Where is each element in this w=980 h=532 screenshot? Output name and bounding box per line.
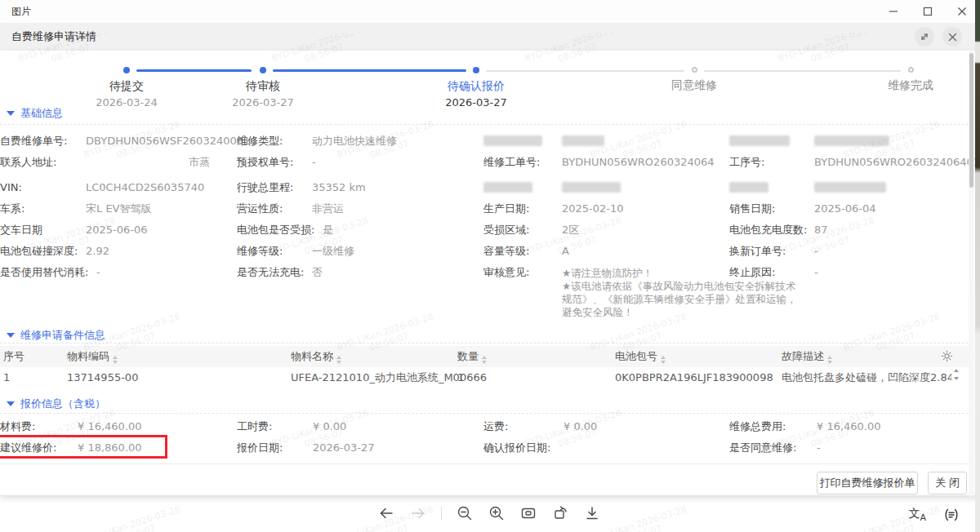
info-row-redacted	[729, 177, 886, 198]
redacted-label	[483, 182, 532, 193]
watermark-text: BYD-LiKan 2026-03-2808:56:07	[589, 504, 691, 532]
cell-fault-desc: 电池包托盘多处磕碰，凹陷深度2.84-2...	[782, 367, 951, 388]
cell-battery-pack-no: 0K0PBPR2A196LJF183900098	[615, 367, 773, 388]
redacted-label	[729, 182, 768, 193]
quote-item-labor-fee: 工时费:¥ 0.00	[237, 416, 346, 437]
collapse-triangle-icon	[7, 111, 15, 116]
sort-icon	[827, 356, 832, 364]
translate-icon[interactable]: 文A	[908, 507, 926, 523]
titlebar: 图片	[0, 0, 980, 23]
step-title: 待提交	[57, 79, 196, 94]
section-parts-info[interactable]: 维修申请备件信息	[7, 328, 105, 343]
step-agree-repair: 同意维修	[625, 67, 764, 95]
info-row: 预授权单号:-	[237, 152, 316, 173]
step-date: 2026-03-27	[407, 96, 546, 109]
print-quote-button[interactable]: 打印自费维修报价单	[817, 472, 918, 494]
cell-quantity: 1	[457, 367, 464, 388]
quote-item-agree-repair: 是否同意维修:-	[729, 437, 821, 459]
step-title: 待确认报价	[407, 79, 546, 94]
parts-table-row: 1 13714955-00 UFEA-2121010_动力电池系统_M00666…	[0, 367, 969, 390]
step-dot	[473, 67, 479, 73]
close-dialog-icon[interactable]	[942, 27, 962, 47]
fit-to-window-icon[interactable]	[519, 504, 537, 522]
info-row: 电池包是否受损:是	[237, 219, 333, 241]
info-row: VIN:LC0CH4CD2S6035740	[0, 177, 204, 198]
divider	[0, 124, 969, 125]
cell-material-code: 13714955-00	[67, 367, 138, 388]
row-scroll-hints[interactable]	[954, 369, 959, 380]
info-row: 换新订单号:-	[729, 241, 818, 262]
col-header-battery-pack[interactable]: 电池包号	[615, 346, 666, 367]
watermark-text: BYD-LiKan 2026-03-2808:56:07	[82, 504, 185, 532]
step-title: 同意维修	[625, 78, 764, 93]
rotate-icon[interactable]	[551, 504, 569, 522]
step-dot	[123, 67, 130, 73]
dialog-header: 自费维修申请详情	[0, 23, 980, 51]
step-date: 2026-03-27	[194, 96, 332, 109]
back-arrow-icon[interactable]	[377, 504, 395, 522]
info-row: 维修类型:动力电池快速维修	[237, 131, 397, 152]
section-quote-info[interactable]: 报价信息（含税）	[7, 397, 105, 411]
info-row: 联系人地址:市蒸	[0, 152, 210, 173]
info-row: 车系:宋L EV智驾版	[0, 198, 151, 219]
col-header-quantity[interactable]: 数量	[457, 346, 487, 367]
summarize-icon[interactable]	[942, 506, 960, 524]
redacted-label	[729, 135, 790, 146]
info-row: 维修等级:一级维修	[237, 241, 354, 262]
info-row: 受损区域:2区	[483, 219, 579, 241]
info-row: 工序号:BYDHUN056WRO26032406401	[729, 152, 980, 173]
info-row-redacted	[483, 131, 604, 152]
zoom-in-icon[interactable]	[488, 504, 506, 522]
section-title: 基础信息	[20, 106, 63, 121]
background-window-sliver	[975, 0, 980, 532]
col-header-material-name[interactable]: 物料名称	[291, 346, 341, 367]
info-row: 是否使用替代消耗:-	[0, 262, 100, 283]
quote-item-quote-date: 报价日期:2026-03-27	[237, 437, 375, 459]
info-row: 终止原因:-	[729, 262, 818, 283]
scrollbar-thumb[interactable]	[969, 53, 973, 188]
step-dot	[692, 67, 697, 73]
info-row: 电池包碰撞深度:2.92	[0, 241, 109, 262]
section-basic-info[interactable]: 基础信息	[7, 106, 63, 121]
screen: 图片 自费维修申请详情	[0, 0, 980, 532]
quote-item-shipping-fee: 运费:¥ 0.00	[483, 416, 597, 437]
info-row: 营运性质:非营运	[237, 198, 344, 219]
download-icon[interactable]	[583, 504, 601, 522]
info-row: 电池包充电度数:87	[729, 219, 828, 241]
info-row: 生产日期:2025-02-10	[483, 198, 624, 219]
zoom-out-icon[interactable]	[456, 504, 474, 522]
info-row-redacted	[483, 177, 621, 198]
dialog-body: 待提交 2026-03-24 待审核 2026-03-27 待确认报价 2026…	[0, 51, 980, 496]
step-repair-done: 维修完成	[841, 67, 980, 95]
col-header-material-code[interactable]: 物料编码	[67, 346, 118, 367]
close-window-icon[interactable]	[956, 5, 969, 18]
maximize-icon[interactable]	[921, 5, 934, 18]
toolbar-separator	[441, 507, 442, 520]
step-dot	[908, 67, 914, 73]
step-pending-submit: 待提交 2026-03-24	[57, 67, 196, 109]
dialog-header-buttons	[915, 27, 962, 47]
redacted-value	[814, 135, 889, 146]
bottom-right-icons: 文A	[908, 506, 960, 524]
divider	[0, 463, 969, 464]
info-row: 交车日期2025-06-06	[0, 219, 148, 241]
minimize-icon[interactable]	[887, 5, 900, 18]
step-pending-review: 待审核 2026-03-27	[194, 67, 332, 109]
scroll-down-icon	[954, 377, 959, 380]
col-header-fault-desc[interactable]: 故障描述	[782, 346, 832, 367]
sort-icon	[482, 356, 487, 364]
section-title: 报价信息（含税）	[20, 397, 105, 411]
col-header-seq[interactable]: 序号	[3, 346, 24, 367]
sort-icon	[113, 356, 118, 364]
step-confirm-quote: 待确认报价 2026-03-27	[407, 67, 546, 109]
forward-arrow-icon[interactable]	[409, 504, 427, 522]
info-row: 销售日期:2025-06-04	[729, 198, 876, 219]
sort-icon	[661, 356, 666, 364]
info-row: 自费维修单号:DBYDHUN056WSF2603240001	[0, 131, 250, 152]
quote-item-confirm-date: 确认报价日期:	[483, 437, 564, 459]
info-row: 是否无法充电:否	[237, 262, 323, 283]
close-button[interactable]: 关 闭	[928, 472, 967, 494]
window-title: 图片	[11, 5, 31, 19]
info-row: 维修工单号:BYDHUN056WRO260324064	[483, 152, 715, 173]
expand-dialog-icon[interactable]	[915, 27, 934, 47]
